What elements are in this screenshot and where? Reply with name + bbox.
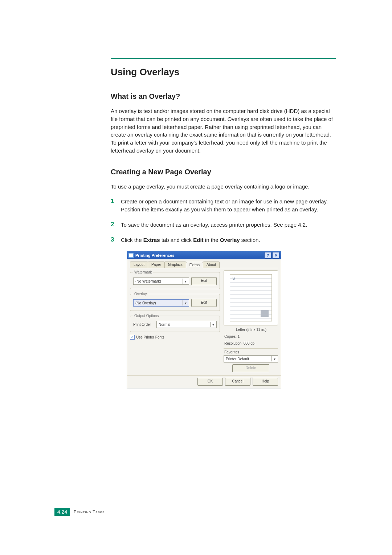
step-3-text: Click the Extras tab and click Edit in t… xyxy=(121,237,260,243)
copies-label: Copies: 1 xyxy=(224,334,278,339)
overlay-group: Overlay (No Overlay) ▾ Edit xyxy=(130,292,220,311)
tab-layout[interactable]: Layout xyxy=(130,262,148,268)
preview-image-block xyxy=(261,310,269,317)
page-footer: 4.24 Printing Tasks xyxy=(54,508,105,516)
heading-creating-overlay: Creating a New Page Overlay xyxy=(111,168,338,176)
dialog-title-bar[interactable]: Printing Preferences ? ✕ xyxy=(127,251,281,259)
favorites-group: Favorites Printer Default ▾ Delete xyxy=(224,348,278,372)
section-name: Printing Tasks xyxy=(74,510,105,514)
print-order-label: Print Order xyxy=(133,323,154,327)
dialog-title: Printing Preferences xyxy=(135,253,175,258)
step-1: 1 Create or open a document containing t… xyxy=(111,198,336,214)
help-button[interactable]: Help xyxy=(253,378,278,386)
use-printer-fonts-label: Use Printer Fonts xyxy=(136,335,164,339)
overlay-select[interactable]: (No Overlay) ▾ xyxy=(133,299,189,307)
section-rule xyxy=(111,58,336,59)
ok-button[interactable]: OK xyxy=(197,378,223,386)
dialog-columns: Watermark (No Watermark) ▾ Edit Overlay xyxy=(130,270,278,372)
output-options-legend: Output Options xyxy=(133,314,160,318)
output-options-group: Output Options Print Order Normal ▾ xyxy=(130,314,220,332)
step-number: 1 xyxy=(111,197,114,206)
overlay-value: (No Overlay) xyxy=(135,301,156,305)
print-order-select[interactable]: Normal ▾ xyxy=(156,321,217,328)
dialog-body: Layout Paper Graphics Extras About Water… xyxy=(127,259,281,375)
chevron-down-icon: ▾ xyxy=(183,279,188,284)
paper-size-label: Letter (8.5 x 11 in.) xyxy=(224,327,278,332)
delete-favorite-button[interactable]: Delete xyxy=(232,364,269,372)
step-1-text: Create or open a document containing tex… xyxy=(121,198,328,212)
chevron-down-icon: ▾ xyxy=(210,322,216,327)
favorites-value: Printer Default xyxy=(226,357,249,361)
resolution-label: Resolution: 600 dpi xyxy=(224,341,278,346)
dialog-footer: OK Cancel Help xyxy=(127,375,281,389)
preview-logo: S xyxy=(232,276,235,280)
heading-using-overlays: Using Overlays xyxy=(111,66,338,78)
step-3: 3 Click the Extras tab and click Edit in… xyxy=(111,236,336,244)
checkbox-icon: ✓ xyxy=(130,335,135,340)
dialog-right-column: S Letter (8.5 x 11 in.) Copies: 1 Resolu… xyxy=(224,270,278,372)
printing-preferences-dialog: Printing Preferences ? ✕ Layout Paper Gr… xyxy=(127,251,281,389)
page-number-badge: 4.24 xyxy=(54,508,70,516)
step-number: 2 xyxy=(111,220,114,229)
watermark-value: (No Watermark) xyxy=(135,279,161,283)
step-2-text: To save the document as an overlay, acce… xyxy=(121,222,307,228)
help-button[interactable]: ? xyxy=(264,252,271,259)
page-preview: S xyxy=(224,270,278,325)
watermark-group: Watermark (No Watermark) ▾ Edit xyxy=(130,270,220,289)
use-printer-fonts-checkbox[interactable]: ✓ Use Printer Fonts xyxy=(130,335,220,340)
watermark-edit-button[interactable]: Edit xyxy=(191,277,217,285)
overlay-legend: Overlay xyxy=(133,292,148,296)
steps-list: 1 Create or open a document containing t… xyxy=(111,198,336,244)
tab-strip: Layout Paper Graphics Extras About xyxy=(130,262,278,268)
tab-graphics[interactable]: Graphics xyxy=(164,262,186,268)
step-number: 3 xyxy=(111,235,114,244)
tab-extras[interactable]: Extras xyxy=(186,262,203,268)
favorites-label: Favorites xyxy=(224,350,278,354)
watermark-legend: Watermark xyxy=(133,270,153,274)
watermark-select[interactable]: (No Watermark) ▾ xyxy=(133,278,189,285)
heading-what-is-overlay: What is an Overlay? xyxy=(111,92,338,101)
tab-about[interactable]: About xyxy=(203,262,220,268)
chevron-down-icon: ▾ xyxy=(271,356,277,361)
dialog-left-column: Watermark (No Watermark) ▾ Edit Overlay xyxy=(130,270,220,372)
paragraph-intro: An overlay is text and/or images stored … xyxy=(111,107,336,155)
overlay-edit-button[interactable]: Edit xyxy=(191,299,217,307)
manual-page: Using Overlays What is an Overlay? An ov… xyxy=(0,0,392,555)
preview-page-rect: S xyxy=(230,274,272,321)
close-button[interactable]: ✕ xyxy=(272,252,279,259)
favorites-select[interactable]: Printer Default ▾ xyxy=(224,355,278,362)
step-2: 2 To save the document as an overlay, ac… xyxy=(111,221,336,229)
print-order-value: Normal xyxy=(159,323,170,327)
paragraph-lead: To use a page overlay, you must create a… xyxy=(111,183,336,191)
chevron-down-icon: ▾ xyxy=(183,300,188,305)
app-icon xyxy=(128,253,134,258)
tab-paper[interactable]: Paper xyxy=(148,262,165,268)
cancel-button[interactable]: Cancel xyxy=(225,378,250,386)
